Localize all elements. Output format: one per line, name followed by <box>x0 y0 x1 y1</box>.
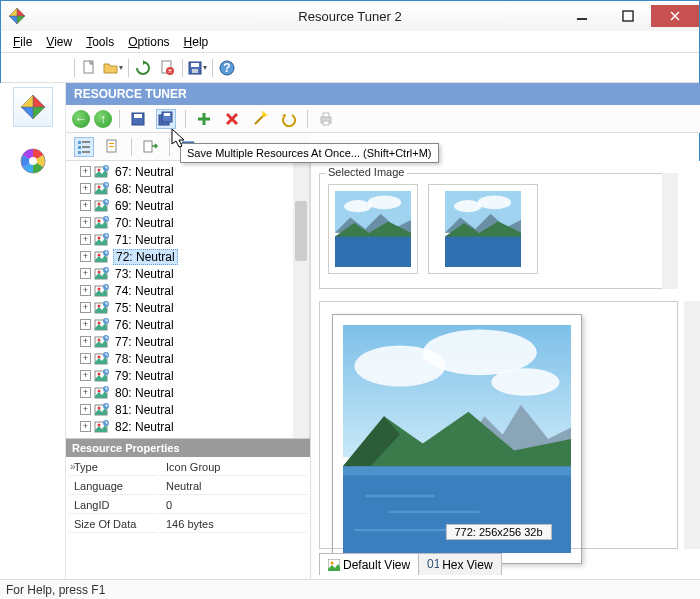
minimize-icon <box>576 10 588 22</box>
delete-resource-button[interactable] <box>222 109 242 129</box>
new-file-button[interactable] <box>79 58 99 78</box>
tree-item-label: 73: Neutral <box>113 267 176 281</box>
tree-item[interactable]: +78: Neutral <box>66 350 293 367</box>
hex-icon: 010 <box>427 559 439 571</box>
tree-item[interactable]: +70: Neutral <box>66 214 293 231</box>
tree-item[interactable]: +76: Neutral <box>66 316 293 333</box>
menu-help[interactable]: Help <box>178 33 215 51</box>
expand-icon[interactable]: + <box>80 302 91 313</box>
resource-icon <box>94 419 110 435</box>
svg-rect-19 <box>323 113 329 117</box>
wand-icon <box>252 111 268 127</box>
expand-icon[interactable]: + <box>80 353 91 364</box>
save-button[interactable]: ▾ <box>187 58 207 78</box>
view-tree-button[interactable] <box>102 137 122 157</box>
expand-icon[interactable]: + <box>80 285 91 296</box>
expand-icon[interactable]: + <box>80 217 91 228</box>
svg-rect-30 <box>144 141 152 152</box>
help-icon: ? <box>219 60 235 76</box>
tree-item[interactable]: +67: Neutral <box>66 163 293 180</box>
expand-icon[interactable]: + <box>80 421 91 432</box>
expand-icon[interactable]: + <box>80 370 91 381</box>
arrow-left-icon: ← <box>75 112 87 126</box>
tree-scrollbar[interactable] <box>293 161 309 438</box>
thumbnail-1[interactable] <box>328 184 418 274</box>
maximize-button[interactable] <box>605 5 651 27</box>
undo-button[interactable] <box>278 109 298 129</box>
tree-item[interactable]: +77: Neutral <box>66 333 293 350</box>
tree-item[interactable]: +74: Neutral <box>66 282 293 299</box>
selected-image-label: Selected Image <box>325 166 407 178</box>
tree-item[interactable]: +75: Neutral <box>66 299 293 316</box>
save-resource-button[interactable] <box>128 109 148 129</box>
resource-tree[interactable]: +67: Neutral+68: Neutral+69: Neutral+70:… <box>66 161 293 438</box>
expand-icon[interactable]: + <box>80 336 91 347</box>
expand-icon[interactable]: + <box>80 387 91 398</box>
scrollbar-thumb[interactable] <box>295 201 307 261</box>
save-single-icon <box>130 111 146 127</box>
toolbar-separator <box>128 133 134 160</box>
menu-file[interactable]: File <box>7 33 38 51</box>
color-wheel-icon <box>19 147 47 175</box>
save-multiple-button[interactable] <box>156 109 176 129</box>
menu-view[interactable]: View <box>40 33 78 51</box>
tab-hex-view[interactable]: 010 Hex View <box>418 553 501 575</box>
minimize-button[interactable] <box>559 5 605 27</box>
tree-item[interactable]: +68: Neutral <box>66 180 293 197</box>
preview-scrollbar[interactable] <box>684 301 700 549</box>
left-sidebar <box>0 83 66 579</box>
expand-icon[interactable]: + <box>80 268 91 279</box>
svg-point-85 <box>478 196 511 210</box>
resource-icon <box>94 402 110 418</box>
nav-up-button[interactable]: ↑ <box>94 110 112 128</box>
refresh-button[interactable] <box>133 58 153 78</box>
close-button[interactable] <box>651 5 699 27</box>
main-toolbar: ▾ ▾ ? <box>1 53 699 83</box>
view-list-button[interactable] <box>74 137 94 157</box>
tree-item[interactable]: +80: Neutral <box>66 384 293 401</box>
cancel-button[interactable] <box>157 58 177 78</box>
expand-icon[interactable]: + <box>80 166 91 177</box>
add-resource-button[interactable] <box>194 109 214 129</box>
status-text: For Help, press F1 <box>6 583 105 597</box>
export-button[interactable] <box>140 137 160 157</box>
tree-item-label: 75: Neutral <box>113 301 176 315</box>
svg-rect-26 <box>82 151 90 153</box>
thumbnails-scrollbar[interactable] <box>662 173 678 289</box>
svg-rect-7 <box>192 69 198 73</box>
edit-resource-button[interactable] <box>250 109 270 129</box>
resource-icon <box>94 215 110 231</box>
expand-icon[interactable]: + <box>80 200 91 211</box>
selected-image-frame <box>319 173 678 289</box>
sidebar-btn-logo[interactable] <box>13 87 53 127</box>
tree-item[interactable]: +69: Neutral <box>66 197 293 214</box>
expand-icon[interactable]: + <box>80 251 91 262</box>
tree-item[interactable]: +72: Neutral <box>66 248 293 265</box>
tree-item-label: 79: Neutral <box>113 369 176 383</box>
open-file-button[interactable]: ▾ <box>103 58 123 78</box>
thumbnail-2[interactable] <box>428 184 538 274</box>
tab-default-view[interactable]: Default View <box>319 553 419 575</box>
expand-icon[interactable]: + <box>80 319 91 330</box>
resource-icon <box>94 249 110 265</box>
tree-item[interactable]: +81: Neutral <box>66 401 293 418</box>
property-value: Icon Group <box>160 459 308 476</box>
tree-item[interactable]: +73: Neutral <box>66 265 293 282</box>
print-button[interactable] <box>316 109 336 129</box>
tree-item[interactable]: +79: Neutral <box>66 367 293 384</box>
tree-item[interactable]: +71: Neutral <box>66 231 293 248</box>
help-button[interactable]: ? <box>217 58 237 78</box>
tree-item-label: 76: Neutral <box>113 318 176 332</box>
tree-item-label: 81: Neutral <box>113 403 176 417</box>
expand-icon[interactable]: + <box>80 183 91 194</box>
expand-icon[interactable]: + <box>80 234 91 245</box>
svg-text:010: 010 <box>427 559 439 571</box>
menu-tools[interactable]: Tools <box>80 33 120 51</box>
menu-options[interactable]: Options <box>122 33 175 51</box>
window-title: Resource Tuner 2 <box>298 9 401 24</box>
sidebar-btn-wheel[interactable] <box>13 141 53 181</box>
tree-item[interactable]: +82: Neutral <box>66 418 293 435</box>
nav-back-button[interactable]: ← <box>72 110 90 128</box>
tree-item-label: 77: Neutral <box>113 335 176 349</box>
expand-icon[interactable]: + <box>80 404 91 415</box>
